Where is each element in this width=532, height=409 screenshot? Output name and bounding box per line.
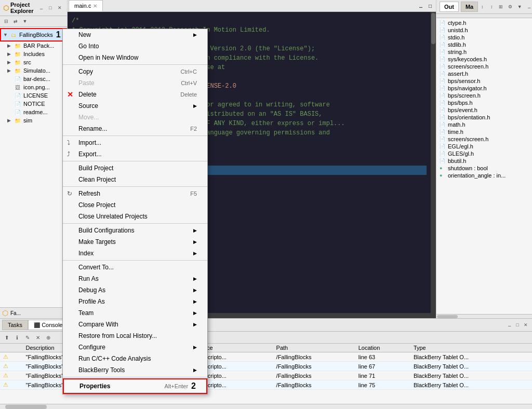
right-item-gles[interactable]: 📄 GLES/gl.h [438, 150, 530, 157]
right-item-icon-shutdown: ● [440, 165, 447, 171]
right-filter-btn[interactable]: ⊞ [497, 3, 505, 11]
right-item-bpsevent[interactable]: 📄 bps/event.h [438, 106, 530, 114]
menu-item-delete[interactable]: ✕ Delete Delete [63, 89, 207, 100]
project-folder-icon: 🗂 [9, 31, 18, 38]
right-tab-ma[interactable]: Ma [461, 2, 478, 12]
tree-item-icon[interactable]: 🖼 icon.png... [0, 83, 67, 91]
menu-item-profileas[interactable]: Profile As ▶ [63, 296, 207, 307]
right-item-mathh[interactable]: 📄 math.h [438, 121, 530, 128]
right-settings-btn[interactable]: ⚙ [506, 3, 514, 11]
menu-item-runas[interactable]: Run As ▶ [63, 273, 207, 284]
tree-item-license[interactable]: 📄 LICENSE [0, 91, 67, 100]
menu-item-buildconfigs[interactable]: Build Configurations ▶ [63, 225, 207, 236]
bottom-toolbar-btn-5[interactable]: ⊕ [44, 333, 53, 342]
menu-label-gointo: Go Into [78, 43, 99, 50]
view-menu-btn[interactable]: ▼ [21, 17, 29, 25]
editor-scrollbar-thumb[interactable] [431, 13, 435, 44]
menu-item-closeproject[interactable]: Close Project [63, 199, 207, 211]
right-item-bpsnav[interactable]: 📄 bps/navigator.h [438, 85, 530, 92]
bottom-toolbar-btn-3[interactable]: ✎ [23, 333, 32, 342]
tree-item-bardesc[interactable]: 📄 bar-desc... [0, 75, 67, 83]
bottom-toolbar-btn-4[interactable]: ✕ [33, 333, 43, 342]
bottom-maximize-btn[interactable]: □ [513, 321, 522, 329]
menu-item-move[interactable]: Move... [63, 112, 207, 123]
menu-item-team[interactable]: Team ▶ [63, 307, 207, 318]
bottom-toolbar-btn-2[interactable]: ℹ [12, 333, 22, 342]
right-item-unistdh[interactable]: 📄 unistd.h [438, 26, 530, 34]
col-header-location: Location [355, 344, 410, 352]
editor-scrollbar[interactable] [431, 12, 436, 313]
menu-item-source[interactable]: Source ▶ [63, 100, 207, 112]
right-item-bbutil[interactable]: 📄 bbutil.h [438, 157, 530, 165]
right-item-syskeys[interactable]: 📄 sys/keycodes.h [438, 56, 530, 63]
right-item-bpsbps[interactable]: 📄 bps/bps.h [438, 99, 530, 106]
tree-item-fallingblocks[interactable]: ▼ 🗂 FallingBlocks 1 [0, 28, 67, 42]
menu-item-refresh[interactable]: ↻ Refresh F5 [63, 188, 207, 199]
menu-item-index[interactable]: Index ▶ [63, 248, 207, 259]
right-item-screenscreen2[interactable]: 📄 screen/screen.h [438, 135, 530, 143]
menu-label-closeproject: Close Project [78, 201, 115, 209]
right-minimize-btn[interactable]: ⎽ [525, 3, 532, 11]
menu-item-convertto[interactable]: Convert To... [63, 262, 207, 273]
tree-item-src[interactable]: ▶ 📁 src [0, 58, 67, 66]
right-item-stdioh[interactable]: 📄 stdio.h [438, 34, 530, 41]
menu-item-rename[interactable]: Rename... F2 [63, 123, 207, 134]
project-explorer-panel: ⬡ Project Explorer ⎽ □ ✕ ⊟ ⇄ ▼ ▼ � [0, 0, 68, 318]
editor-maximize-btn[interactable]: □ [425, 2, 435, 10]
right-sort2-btn[interactable]: ↕ [487, 3, 496, 11]
right-item-bpssensor[interactable]: 📄 bps/sensor.h [438, 77, 530, 85]
right-item-asserth[interactable]: 📄 assert.h [438, 70, 530, 77]
menu-item-paste[interactable]: Paste Ctrl+V [63, 77, 207, 89]
menu-item-gointo[interactable]: Go Into [63, 40, 207, 52]
tree-item-sim[interactable]: ▶ 📁 sim [0, 116, 67, 125]
right-item-orientangle[interactable]: ● orientation_angle : in... [438, 172, 530, 179]
col-header-type: Type [410, 344, 532, 352]
menu-item-openwindow[interactable]: Open in New Window [63, 52, 207, 63]
link-with-editor-btn[interactable]: ⇄ [11, 17, 20, 25]
bottom-close-btn[interactable]: ✕ [522, 321, 530, 329]
right-item-stdlibh[interactable]: 📄 stdlib.h [438, 41, 530, 48]
menu-item-maketargets[interactable]: Make Targets ▶ [63, 236, 207, 248]
menu-item-buildproject[interactable]: Build Project [63, 162, 207, 174]
menu-label-new: New [78, 31, 91, 38]
right-item-ctypeh[interactable]: 📄 ctype.h [438, 19, 530, 26]
tree-label-notice: NOTICE [23, 101, 45, 107]
editor-tab-mainc[interactable]: main.c ✕ [69, 0, 103, 11]
minimize-btn[interactable]: ⎽ [37, 4, 45, 12]
menu-item-new[interactable]: New ▶ [63, 29, 207, 40]
bottom-minimize-btn[interactable]: ⎽ [505, 321, 513, 329]
right-more-btn[interactable]: ▼ [515, 3, 524, 11]
menu-item-import[interactable]: ⤵ Import... [63, 137, 207, 148]
row-location: line 63 [355, 352, 410, 362]
right-item-stringh[interactable]: 📄 string.h [438, 48, 530, 56]
bottom-hscroll[interactable] [0, 404, 532, 409]
right-tab-out[interactable]: Out [440, 2, 459, 12]
collapse-all-btn[interactable]: ⊟ [2, 17, 10, 25]
menu-item-closeunrelated[interactable]: Close Unrelated Projects [63, 211, 207, 222]
tree-item-readme[interactable]: 📄 readme... [0, 108, 67, 116]
menu-item-copy[interactable]: Copy Ctrl+C [63, 66, 207, 77]
close-tab-icon[interactable]: ✕ [93, 3, 97, 9]
right-item-bpsorient[interactable]: 📄 bps/orientation.h [438, 114, 530, 121]
bottom-hscroll-thumb[interactable] [5, 405, 47, 409]
right-item-timeh[interactable]: 📄 time.h [438, 128, 530, 135]
close-btn[interactable]: ✕ [56, 4, 64, 12]
right-item-bpsscreen[interactable]: 📄 bps/screen.h [438, 92, 530, 99]
tab-tasks[interactable]: Tasks [2, 320, 28, 330]
right-sort-btn[interactable]: ↕ [478, 3, 486, 11]
menu-item-export[interactable]: ⤴ Export... [63, 148, 207, 160]
right-item-shutdown[interactable]: ● shutdown : bool [438, 165, 530, 172]
right-label-screenscreen: screen/screen.h [448, 63, 488, 70]
editor-minimize-btn[interactable]: ⎽ [416, 2, 425, 10]
bottom-toolbar-btn-1[interactable]: ⬆ [2, 333, 11, 342]
menu-item-cleanproject[interactable]: Clean Project [63, 174, 207, 185]
tree-item-bar[interactable]: ▶ 📁 BAR Pack... [0, 42, 67, 50]
menu-label-import: Import... [78, 139, 101, 146]
menu-item-debugas[interactable]: Debug As ▶ [63, 284, 207, 296]
tree-item-notice[interactable]: 📄 NOTICE [0, 100, 67, 108]
tree-item-includes[interactable]: ▶ 📁 Includes [0, 50, 67, 58]
right-item-screenscreen[interactable]: 📄 screen/screen.h [438, 63, 530, 70]
right-item-egl[interactable]: 📄 EGL/egl.h [438, 143, 530, 150]
tree-item-simulator[interactable]: ▶ 📁 Simulato... [0, 66, 67, 75]
maximize-btn[interactable]: □ [46, 4, 55, 12]
